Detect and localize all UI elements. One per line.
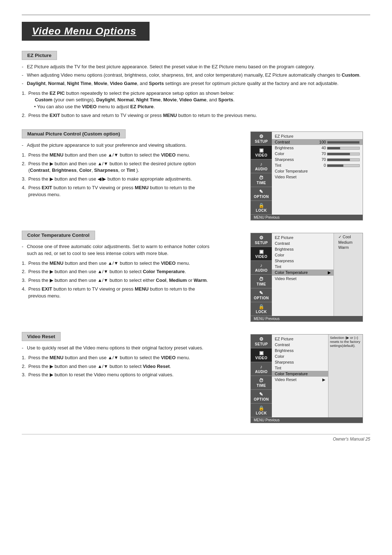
- bullet-item: Adjust the picture appearance to suit yo…: [22, 142, 214, 149]
- menu-sidebar-videoreset: ⚙SETUP ▣VIDEO ♪AUDIO ⏱TIME ✎OPTION 🔒LOCK: [251, 335, 272, 417]
- menu-item-contrast-ct: Contrast: [272, 240, 334, 246]
- menu-item-colortemp: Color Temperature: [272, 168, 363, 174]
- submenu-colortemp: Cool Medium Warm: [334, 233, 363, 316]
- menu-item-tint: Tint 0: [272, 162, 363, 168]
- bullet-item: Daylight, Normal, Night Time, Movie, Vid…: [22, 80, 370, 87]
- section-header-colortemp: Color Temperature Control: [22, 231, 95, 240]
- menu-footer-videoreset: MENU Previous: [251, 417, 363, 423]
- section-header-manual: Manual Picture Control (Custom option): [22, 129, 126, 138]
- menu-item-sharpness: Sharpness 70: [272, 157, 363, 162]
- menu-sidebar-manual: ⚙SETUP ▣VIDEO ♪AUDIO ⏱TIME ✎OPTION 🔒LOCK: [251, 132, 272, 215]
- submenu-cool: Cool: [337, 234, 360, 240]
- bottom-rule: [22, 434, 370, 434]
- bullet-item: Choose one of three automatic color adju…: [22, 243, 214, 257]
- step-item: 3. Press the ▶ button and then use ◀/▶ b…: [22, 176, 214, 183]
- sub-bullet: You can also use the VIDEO menu to adjus…: [28, 104, 370, 110]
- ez-picture-bullets: EZ Picture adjusts the TV for the best p…: [22, 64, 370, 87]
- bullet-item: EZ Picture adjusts the TV for the best p…: [22, 64, 370, 70]
- menu-item-sharpness-ct: Sharpness: [272, 258, 334, 264]
- section-header-ez-picture: EZ Picture: [22, 51, 57, 60]
- menu-item-brightness: Brightness 40: [272, 145, 363, 151]
- menu-item-contrast: Contrast 100: [272, 139, 363, 145]
- menu-item-videoreset: Video Reset: [272, 174, 363, 180]
- sidebar-item-video-ct: ▣VIDEO: [251, 247, 272, 261]
- menu-content-colortemp: EZ Picture Contrast Brightness Color Sha…: [272, 233, 334, 316]
- sidebar-item-option-vr: ✎OPTION: [251, 390, 272, 404]
- menu-item-color: Color 70: [272, 151, 363, 157]
- bullet-item: When adjusting Video menu options (contr…: [22, 72, 370, 79]
- sidebar-item-time-ct: ⏱TIME: [251, 275, 272, 288]
- color-temp-menu: ⚙SETUP ▣VIDEO ♪AUDIO ⏱TIME ✎OPTION 🔒LOCK…: [250, 231, 370, 322]
- section-manual-picture: Manual Picture Control (Custom option) A…: [22, 129, 370, 220]
- menu-item-tint-ct: Tint: [272, 264, 334, 270]
- sidebar-item-lock: 🔒LOCK: [251, 201, 272, 215]
- menu-row-videoreset: ⚙SETUP ▣VIDEO ♪AUDIO ⏱TIME ✎OPTION 🔒LOCK…: [251, 335, 363, 417]
- manual-bullets: Adjust the picture appearance to suit yo…: [22, 142, 214, 149]
- menu-item-contrast-vr: Contrast: [272, 342, 328, 348]
- page-title: Video Menu Options: [32, 25, 136, 37]
- menu-item-tint-vr: Tint: [272, 365, 328, 371]
- colortemp-steps: 1. Press the MENU button and then use ▲/…: [22, 260, 214, 300]
- menu-sidebar-colortemp: ⚙SETUP ▣VIDEO ♪AUDIO ⏱TIME ✎OPTION 🔒LOCK: [251, 233, 272, 316]
- videoreset-steps: 1. Press the MENU button and then use ▲/…: [22, 355, 214, 379]
- submenu-warm: Warm: [337, 245, 360, 250]
- menu-item-videoreset-vr: Video Reset▶: [272, 377, 328, 383]
- page: Video Menu Options EZ Picture EZ Picture…: [0, 0, 392, 463]
- menu-item-ezpicture: EZ Picture: [272, 133, 363, 139]
- menu-item-color-ct: Color: [272, 252, 334, 258]
- videoreset-bullets: Use to quickly reset all the Video menu …: [22, 345, 214, 352]
- menu-item-colortemp-ct: Color Temperature▶: [272, 270, 334, 276]
- sidebar-item-option: ✎OPTION: [251, 187, 272, 201]
- menu-box-videoreset: ⚙SETUP ▣VIDEO ♪AUDIO ⏱TIME ✎OPTION 🔒LOCK…: [250, 334, 363, 423]
- sidebar-item-lock-vr: 🔒LOCK: [251, 404, 272, 417]
- page-footer: Owner's Manual 25: [22, 437, 370, 442]
- color-temp-content: Color Temperature Control Choose one of …: [22, 231, 214, 302]
- manual-picture-content: Manual Picture Control (Custom option) A…: [22, 129, 214, 200]
- menu-row-manual: ⚙SETUP ▣VIDEO ♪AUDIO ⏱TIME ✎OPTION 🔒LOCK…: [251, 132, 363, 215]
- step-item: 1. Press the MENU button and then use ▲/…: [22, 260, 214, 267]
- menu-item-color-vr: Color: [272, 353, 328, 359]
- step-item: 2. Press the ▶ button and then use ▲/▼ b…: [22, 363, 214, 370]
- menu-content-manual: EZ Picture Contrast 100 Brightness 40 Co…: [272, 132, 363, 215]
- step-item: 3. Press the ▶ button and then use ▲/▼ b…: [22, 277, 214, 284]
- menu-item-ezpicture-vr: EZ Picture: [272, 336, 328, 342]
- menu-content-videoreset: EZ Picture Contrast Brightness Color Sha…: [272, 335, 328, 417]
- sidebar-item-audio-vr: ♪AUDIO: [251, 362, 272, 376]
- menu-footer-manual: MENU Previous: [251, 215, 363, 220]
- section-video-reset: Video Reset Use to quickly reset all the…: [22, 332, 370, 423]
- menu-item-brightness-ct: Brightness: [272, 246, 334, 252]
- sidebar-item-setup: ⚙SETUP: [251, 132, 272, 146]
- menu-item-ezpicture-ct: EZ Picture: [272, 235, 334, 240]
- menu-footer-colortemp: MENU Previous: [251, 316, 363, 321]
- manual-picture-menu: ⚙SETUP ▣VIDEO ♪AUDIO ⏱TIME ✎OPTION 🔒LOCK…: [250, 129, 370, 220]
- video-reset-menu: ⚙SETUP ▣VIDEO ♪AUDIO ⏱TIME ✎OPTION 🔒LOCK…: [250, 332, 370, 423]
- sidebar-item-lock-ct: 🔒LOCK: [251, 302, 272, 316]
- step-item: 2. Press the EXIT button to save and ret…: [22, 112, 370, 119]
- video-reset-content: Video Reset Use to quickly reset all the…: [22, 332, 214, 381]
- section-ez-picture: EZ Picture EZ Picture adjusts the TV for…: [22, 51, 370, 119]
- sidebar-item-setup-ct: ⚙SETUP: [251, 233, 272, 247]
- menu-box-colortemp: ⚙SETUP ▣VIDEO ♪AUDIO ⏱TIME ✎OPTION 🔒LOCK…: [250, 233, 363, 322]
- section-color-temperature: Color Temperature Control Choose one of …: [22, 231, 370, 322]
- colortemp-bullets: Choose one of three automatic color adju…: [22, 243, 214, 257]
- manual-steps: 1. Press the MENU button and then use ▲/…: [22, 152, 214, 198]
- menu-content-colortemp-wrapper: EZ Picture Contrast Brightness Color Sha…: [272, 233, 334, 316]
- sidebar-item-setup-vr: ⚙SETUP: [251, 335, 272, 348]
- menu-item-sharpness-vr: Sharpness: [272, 359, 328, 365]
- menu-row-colortemp: ⚙SETUP ▣VIDEO ♪AUDIO ⏱TIME ✎OPTION 🔒LOCK…: [251, 233, 363, 316]
- step-item: 4. Press EXIT button to return to TV vie…: [22, 286, 214, 300]
- step-item: 4. Press EXIT button to return to TV vie…: [22, 185, 214, 198]
- step-item: 2. Press the ▶ button and then use ▲/▼ b…: [22, 161, 214, 174]
- menu-content-vr-wrapper: EZ Picture Contrast Brightness Color Sha…: [272, 335, 328, 417]
- sidebar-item-video-vr: ▣VIDEO: [251, 348, 272, 362]
- bullet-item: Use to quickly reset all the Video menu …: [22, 345, 214, 352]
- step-item: 3. Press the ▶ button to reset the Video…: [22, 372, 214, 378]
- step-item: 2. Press the ▶ button and then use ▲/▼ b…: [22, 268, 214, 275]
- sidebar-item-time: ⏱TIME: [251, 173, 272, 187]
- menu-item-videoreset-ct: Video Reset: [272, 276, 334, 281]
- menu-box-manual: ⚙SETUP ▣VIDEO ♪AUDIO ⏱TIME ✎OPTION 🔒LOCK…: [250, 131, 363, 220]
- sidebar-item-option-ct: ✎OPTION: [251, 288, 272, 302]
- step-item: 1. Press the MENU button and then use ▲/…: [22, 355, 214, 361]
- sidebar-item-audio: ♪AUDIO: [251, 159, 272, 173]
- top-rule: [22, 15, 370, 15]
